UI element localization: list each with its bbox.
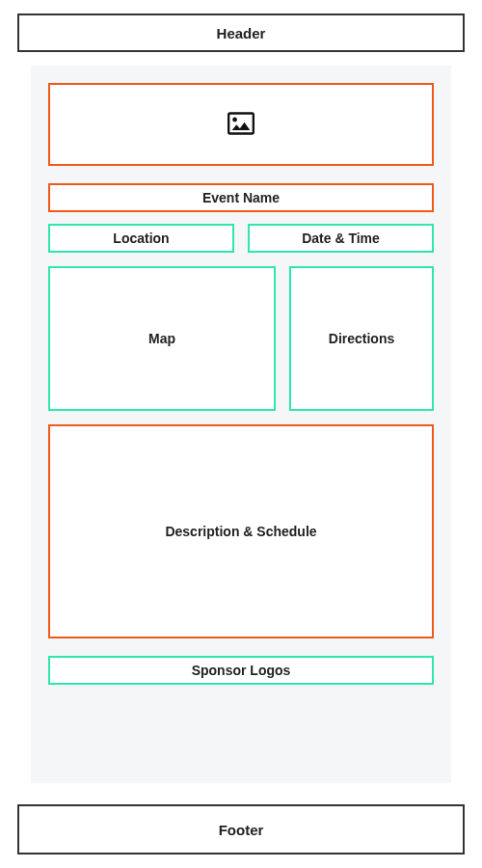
main-content: Event Name Location Date & Time Map Dire… [31, 66, 451, 783]
date-time-box: Date & Time [248, 224, 434, 253]
meta-row: Location Date & Time [48, 224, 434, 253]
event-name-box: Event Name [48, 183, 434, 212]
image-placeholder-icon [228, 112, 254, 138]
map-label: Map [148, 331, 175, 346]
map-box: Map [48, 266, 276, 411]
description-label: Description & Schedule [165, 524, 316, 539]
sponsors-box: Sponsor Logos [48, 656, 434, 685]
sponsors-label: Sponsor Logos [192, 663, 291, 678]
directions-box: Directions [289, 266, 434, 411]
date-time-label: Date & Time [302, 231, 380, 246]
description-box: Description & Schedule [48, 424, 434, 638]
header-section: Header [17, 14, 465, 52]
header-label: Header [217, 25, 266, 41]
location-label: Location [113, 231, 169, 246]
footer-label: Footer [219, 822, 264, 838]
map-row: Map Directions [48, 266, 434, 411]
location-box: Location [48, 224, 234, 253]
hero-image-box [48, 83, 434, 166]
footer-section: Footer [17, 804, 465, 854]
directions-label: Directions [329, 331, 394, 346]
event-name-label: Event Name [202, 190, 280, 205]
